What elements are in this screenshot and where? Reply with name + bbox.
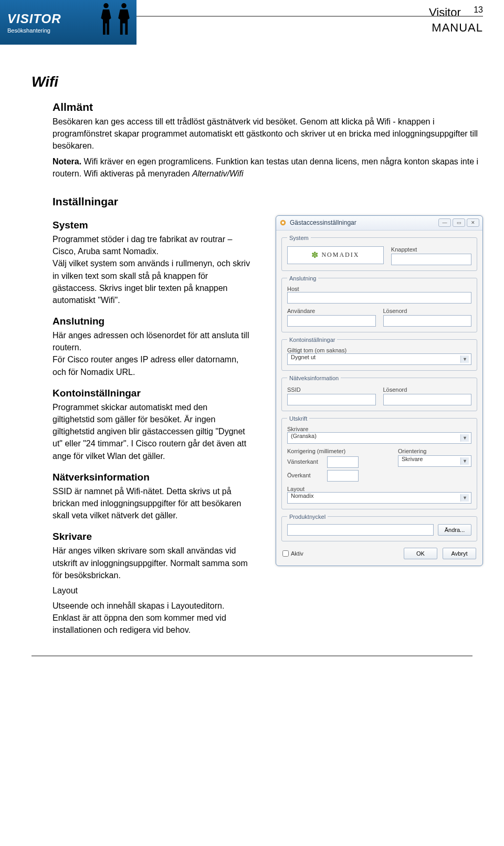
para-konto: Programmet skickar automatiskt med den g… — [52, 401, 250, 462]
heading-skrivare: Skrivare — [52, 531, 250, 542]
heading-system: System — [52, 220, 250, 231]
para-natverk: SSID är namnet på Wifi-nätet. Detta skri… — [52, 485, 250, 522]
layout-select[interactable]: Nomadix — [287, 492, 471, 504]
heading-anslutning: Anslutning — [52, 316, 250, 327]
logo-sub: Besökshantering — [7, 27, 61, 34]
system-select[interactable]: ✽NOMADIX — [287, 246, 384, 264]
korr-label: Korrigering (millimeter) — [287, 448, 391, 454]
net-losenord-label: Lösenord — [383, 387, 472, 393]
group-konto: Kontoinställningar Giltigt tom (om sakna… — [281, 337, 477, 371]
section-wifi: Wifi — [32, 74, 483, 90]
settings-dialog: Gästaccessinställningar — ▭ ✕ System — [276, 215, 483, 566]
top-input[interactable] — [327, 470, 359, 482]
ssid-label: SSID — [287, 387, 376, 393]
orient-select[interactable]: Skrivare — [398, 455, 471, 467]
footer-rule — [32, 655, 472, 656]
doc-subtitle: MANUAL — [136, 20, 483, 36]
net-losenord-input[interactable] — [383, 394, 472, 405]
host-label: Host — [287, 286, 299, 292]
group-utskrift: Utskrift Skrivare (Granska) Korrigering … — [281, 415, 477, 509]
close-button[interactable]: ✕ — [467, 218, 479, 227]
orient-label: Orientering — [398, 448, 471, 454]
losenord-label: Lösenord — [383, 308, 472, 314]
settings-icon — [279, 219, 287, 226]
host-input[interactable] — [287, 292, 471, 304]
para-anslutning: Här anges adressen och lösenordet för at… — [52, 329, 250, 378]
knapptext-input[interactable] — [391, 254, 471, 265]
page-header: VISITOR Besökshantering Visitor 13 MANUA… — [0, 0, 504, 53]
group-anslutning: Anslutning Host Användare Lösenord — [281, 275, 477, 332]
ok-button[interactable]: OK — [404, 548, 437, 559]
page-number: 13 — [474, 5, 483, 14]
minimize-button[interactable]: — — [438, 218, 451, 227]
heading-natverk: Nätverksinformation — [52, 472, 250, 483]
giltigt-label: Giltigt tom (om saknas) — [287, 347, 346, 353]
aktiv-checkbox[interactable]: Aktiv — [282, 550, 398, 557]
anvandare-input[interactable] — [287, 315, 376, 327]
andra-button[interactable]: Ändra... — [438, 524, 471, 536]
skrivare-select[interactable]: (Granska) — [287, 432, 471, 444]
doc-title: Visitor — [429, 6, 461, 19]
avbryt-button[interactable]: Avbryt — [443, 548, 476, 559]
para-skrivare-2: Utseende och innehåll skapas i Layoutedi… — [52, 600, 250, 636]
losenord-input[interactable] — [383, 315, 472, 327]
dialog-titlebar[interactable]: Gästaccessinställningar — ▭ ✕ — [276, 216, 482, 231]
svg-point-1 — [282, 222, 284, 224]
skrivare-label: Skrivare — [287, 426, 308, 432]
left-input[interactable] — [327, 456, 359, 468]
para-notera: Notera. Wifi kräver en egen programlicen… — [52, 155, 483, 180]
logo-main: VISITOR — [7, 12, 61, 26]
anvandare-label: Användare — [287, 308, 376, 314]
header-silhouette-icon — [99, 3, 131, 35]
para-allmant-1: Besökaren kan ges access till ett trådlö… — [52, 116, 483, 152]
heading-installningar: Inställningar — [52, 195, 483, 208]
group-system: System ✽NOMADIX Knapptext — [281, 235, 477, 271]
para-skrivare-layout-label: Layout — [52, 584, 250, 597]
top-label: Överkant — [287, 472, 324, 482]
ssid-input[interactable] — [287, 394, 376, 405]
nyckel-input[interactable] — [287, 524, 434, 536]
group-nyckel: Produktnyckel Ändra... — [281, 514, 477, 541]
knapptext-label: Knapptext — [391, 246, 471, 253]
aktiv-input[interactable] — [282, 550, 289, 557]
layout-label: Layout — [287, 486, 304, 492]
dialog-caption: Gästaccessinställningar — [290, 219, 438, 226]
logo: VISITOR Besökshantering — [0, 0, 136, 45]
para-system: Programmet stöder i dag tre fabrikat av … — [52, 233, 250, 306]
group-natverk: Nätveksinformation SSID Lösenord — [281, 375, 477, 411]
maximize-button[interactable]: ▭ — [453, 218, 465, 227]
giltigt-select[interactable]: Dygnet ut — [287, 353, 471, 365]
heading-konto: Kontoinställningar — [52, 388, 250, 399]
heading-allmant: Allmänt — [52, 101, 483, 113]
para-skrivare-1: Här anges vilken skrivare som skall anvä… — [52, 545, 250, 581]
left-label: Vänsterkant — [287, 458, 324, 468]
